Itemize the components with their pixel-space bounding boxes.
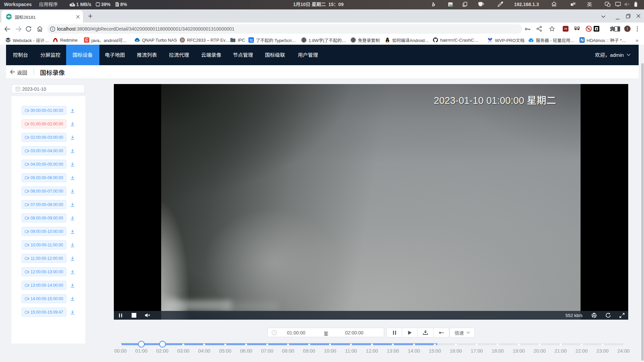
svg-text:WVP-PRO: WVP-PRO (488, 41, 492, 43)
